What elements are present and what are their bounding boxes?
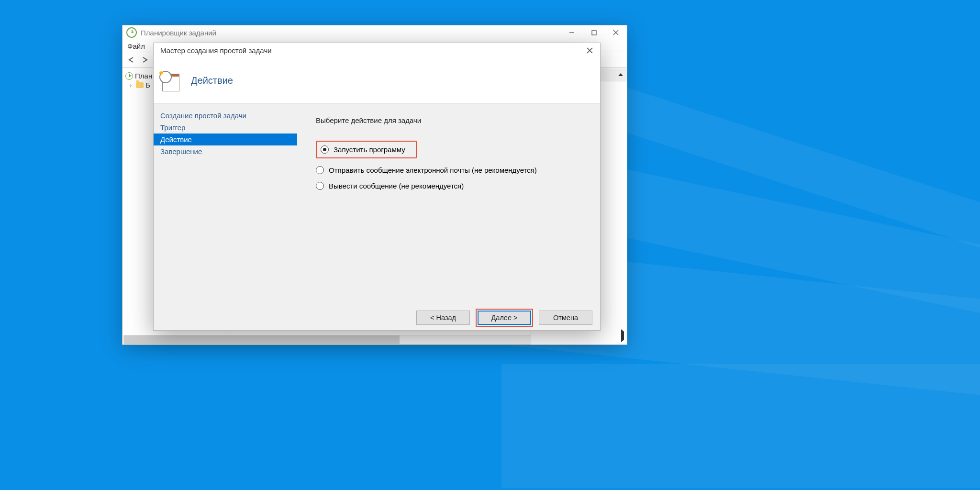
- hscrollbar[interactable]: [123, 335, 230, 345]
- app-icon: [126, 27, 137, 38]
- step-create-task[interactable]: Создание простой задачи: [154, 110, 297, 122]
- wizard-icon: ✦: [159, 71, 180, 90]
- parent-title: Планировщик заданий: [141, 29, 216, 37]
- dialog-titlebar[interactable]: Мастер создания простой задачи: [154, 43, 600, 57]
- create-task-wizard-dialog: Мастер создания простой задачи ✦ Действи…: [153, 43, 601, 331]
- radio-send-email[interactable]: [316, 166, 324, 174]
- folder-icon: [136, 82, 144, 88]
- parent-titlebar[interactable]: Планировщик заданий: [122, 25, 627, 40]
- caret-right-icon: [621, 329, 624, 342]
- label-show-message[interactable]: Вывести сообщение (не рекомендуется): [329, 182, 464, 190]
- radio-show-message[interactable]: [316, 182, 324, 190]
- tree-child-label: Б: [145, 81, 150, 89]
- maximize-button[interactable]: [583, 25, 605, 40]
- close-button[interactable]: [605, 25, 627, 40]
- next-button-highlight: Далее >: [476, 309, 533, 327]
- minimize-button[interactable]: [561, 25, 583, 40]
- wizard-content: Выберите действие для задачи Запустить п…: [298, 104, 600, 305]
- option-run-program-highlight: Запустить программу: [316, 141, 417, 158]
- step-trigger[interactable]: Триггер: [154, 122, 297, 134]
- content-prompt: Выберите действие для задачи: [316, 116, 582, 124]
- menu-file[interactable]: Файл: [127, 42, 145, 50]
- forward-arrow-icon[interactable]: [140, 55, 150, 65]
- expand-icon[interactable]: ›: [127, 81, 134, 89]
- cancel-button[interactable]: Отмена: [539, 311, 592, 325]
- step-finish[interactable]: Завершение: [154, 145, 297, 157]
- scroll-right-hint[interactable]: [621, 332, 624, 340]
- dialog-title: Мастер создания простой задачи: [160, 46, 272, 55]
- dialog-close-button[interactable]: [579, 43, 600, 57]
- label-send-email[interactable]: Отправить сообщение электронной почты (н…: [329, 166, 537, 174]
- back-arrow-icon[interactable]: [126, 55, 137, 65]
- tree-root-label: План: [135, 72, 152, 80]
- clock-icon: [125, 72, 133, 80]
- svg-rect-1: [592, 31, 596, 35]
- caret-up-icon: [618, 73, 623, 76]
- back-button[interactable]: < Назад: [416, 311, 470, 325]
- dialog-header: ✦ Действие: [154, 57, 600, 104]
- dialog-header-title: Действие: [191, 75, 233, 86]
- radio-run-program[interactable]: [321, 145, 329, 154]
- wizard-steps: Создание простой задачи Триггер Действие…: [154, 104, 298, 305]
- label-run-program[interactable]: Запустить программу: [334, 145, 405, 154]
- dialog-footer: < Назад Далее > Отмена: [154, 305, 600, 330]
- step-action[interactable]: Действие: [154, 134, 297, 145]
- next-button[interactable]: Далее >: [478, 311, 531, 325]
